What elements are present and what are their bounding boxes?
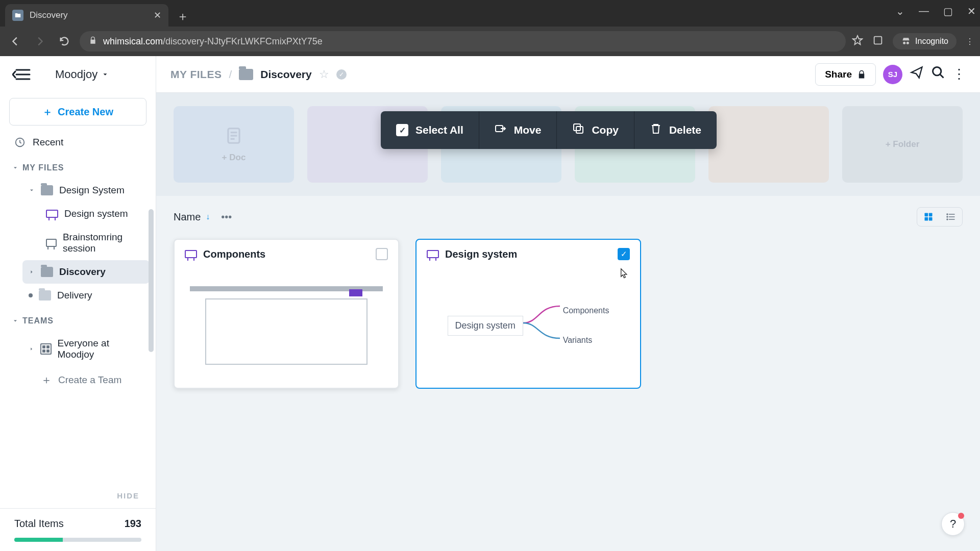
plus-icon: ＋ [42, 105, 53, 119]
svg-rect-17 [925, 217, 928, 221]
tree-design-system-folder[interactable]: Design System [22, 179, 150, 202]
hide-button[interactable]: HIDE [117, 491, 139, 500]
sidebar-recent[interactable]: Recent [0, 131, 156, 154]
create-doc-tile[interactable]: + Doc [174, 106, 294, 183]
breadcrumb-root[interactable]: MY FILES [170, 68, 222, 81]
user-avatar[interactable]: SJ [883, 65, 902, 84]
delete-button[interactable]: Delete [634, 111, 717, 149]
share-button[interactable]: Share [815, 63, 876, 86]
mindmap-root: Design system [448, 316, 523, 336]
total-items-label: Total Items [14, 518, 64, 530]
create-new-button[interactable]: ＋ Create New [9, 98, 146, 126]
forward-button[interactable] [31, 36, 49, 47]
breadcrumb: MY FILES / Discovery ☆ ✓ [170, 68, 347, 81]
back-button[interactable] [6, 36, 24, 47]
app-root: Moodjoy ＋ Create New Recent MY FILES Des… [0, 56, 980, 551]
main-area: MY FILES / Discovery ☆ ✓ Share SJ ⋮ + Do… [156, 56, 980, 551]
caret-right-icon [29, 269, 35, 275]
board-icon [46, 210, 58, 218]
my-files-section[interactable]: MY FILES [0, 154, 156, 179]
tree-everyone-team[interactable]: Everyone at Moodjoy [22, 332, 150, 366]
tab-title: Discovery [30, 10, 148, 20]
star-icon[interactable] [852, 35, 863, 48]
url-bar[interactable]: whimsical.com/discovery-NJtyFKrLWKFCmixP… [80, 31, 846, 52]
incognito-indicator[interactable]: Incognito [893, 33, 957, 49]
incognito-icon [901, 36, 911, 46]
card-design-system[interactable]: Design system ✓ Design system Components… [415, 239, 641, 389]
collapse-sidebar-button[interactable] [12, 68, 31, 81]
tab-close-icon[interactable]: ✕ [154, 10, 161, 21]
favorite-star-icon[interactable]: ☆ [319, 68, 329, 81]
tab-favicon-icon [12, 10, 23, 21]
move-button[interactable]: Move [479, 111, 557, 149]
chevron-down-icon[interactable]: ⌄ [896, 5, 904, 17]
browser-chrome: Discovery ✕ ＋ ⌄ ― ▢ ✕ whimsical.com/disc… [0, 0, 980, 56]
create-folder-tile[interactable]: + Folder [842, 106, 963, 183]
card-components[interactable]: Components [174, 239, 399, 389]
svg-point-7 [933, 67, 941, 76]
caret-right-icon [29, 346, 34, 352]
status-check-icon[interactable]: ✓ [336, 69, 347, 80]
workspace-switcher[interactable]: Moodjoy [55, 68, 109, 81]
clock-icon [14, 137, 26, 148]
lock-icon [89, 36, 97, 46]
send-icon[interactable] [910, 65, 924, 83]
board-icon [46, 239, 57, 247]
board-icon [185, 250, 197, 258]
minimize-icon[interactable]: ― [919, 5, 929, 17]
card-preview [175, 268, 398, 388]
sort-arrow-down-icon[interactable]: ↓ [206, 212, 210, 221]
caret-down-icon [12, 318, 18, 324]
selection-action-bar: ✓ Select All Move Copy Delete [381, 111, 717, 149]
tree-design-system-board[interactable]: Design system [22, 202, 150, 226]
dot-icon [29, 293, 33, 297]
kebab-menu-icon[interactable]: ⋮ [952, 66, 966, 82]
close-window-icon[interactable]: ✕ [967, 5, 976, 17]
tree-discovery[interactable]: Discovery [22, 260, 150, 284]
select-all-button[interactable]: ✓ Select All [381, 111, 479, 149]
org-icon [40, 343, 51, 355]
mindmap-child: Components [563, 306, 609, 315]
reload-button[interactable] [55, 36, 74, 47]
caret-down-icon [29, 187, 35, 193]
svg-rect-14 [576, 127, 583, 133]
teams-section[interactable]: TEAMS [0, 307, 156, 332]
extensions-icon[interactable] [872, 35, 884, 48]
tree-delivery[interactable]: Delivery [22, 284, 150, 307]
total-items-count: 193 [125, 518, 141, 530]
move-icon [495, 122, 507, 138]
create-template-tile[interactable]: template [708, 106, 829, 183]
search-icon[interactable] [931, 65, 945, 83]
kebab-menu-icon[interactable]: ⋮ [966, 37, 974, 46]
card-checkbox[interactable]: ✓ [618, 248, 630, 260]
svg-rect-16 [929, 213, 933, 217]
tree-create-team[interactable]: ＋ Create a Team [22, 366, 150, 394]
folder-icon [41, 267, 53, 277]
list-view-button[interactable] [940, 208, 962, 226]
view-toggle [917, 207, 963, 227]
help-button[interactable]: ? [941, 512, 965, 536]
chevron-down-icon [102, 71, 109, 78]
card-checkbox[interactable] [376, 248, 388, 260]
sidebar-header: Moodjoy [0, 56, 156, 93]
sort-label[interactable]: Name [174, 211, 201, 223]
copy-button[interactable]: Copy [557, 111, 634, 149]
folder-icon [239, 69, 253, 80]
tree-brainstorming[interactable]: Brainstomring session [22, 226, 150, 260]
checkbox-checked-icon: ✓ [396, 124, 408, 136]
usage-progress [14, 538, 141, 542]
svg-rect-15 [925, 213, 928, 217]
sort-more-icon[interactable]: ••• [221, 211, 232, 223]
sidebar: Moodjoy ＋ Create New Recent MY FILES Des… [0, 56, 156, 551]
breadcrumb-current: Discovery [260, 68, 311, 81]
maximize-icon[interactable]: ▢ [943, 5, 953, 17]
grid-view-button[interactable] [917, 208, 940, 226]
browser-tab[interactable]: Discovery ✕ [5, 4, 168, 27]
hamburger-arrow-icon [12, 68, 31, 81]
board-icon [427, 250, 439, 258]
new-tab-button[interactable]: ＋ [177, 8, 189, 24]
mindmap-child: Variants [563, 336, 609, 345]
sidebar-scrollbar[interactable] [149, 209, 154, 352]
window-controls: ⌄ ― ▢ ✕ [896, 5, 976, 17]
svg-rect-13 [574, 124, 580, 131]
